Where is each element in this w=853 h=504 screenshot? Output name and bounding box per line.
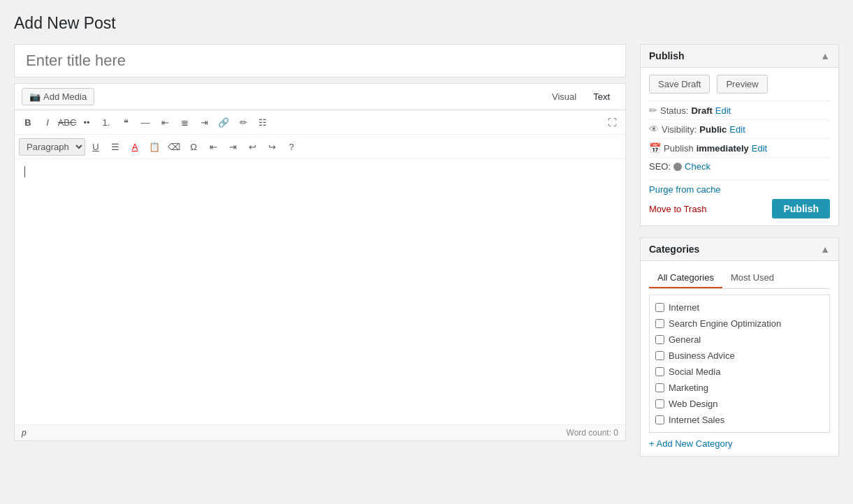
category-label: General [669, 334, 701, 345]
redo-button[interactable]: ↪ [263, 138, 281, 156]
ordered-list-button[interactable]: 1. [97, 113, 115, 131]
trash-publish-row: Move to Trash Publish [649, 199, 830, 218]
categories-panel-toggle[interactable]: ▲ [820, 244, 830, 255]
visual-text-tabs: Visual Text [544, 89, 618, 105]
tab-visual[interactable]: Visual [544, 89, 585, 105]
underline-button[interactable]: U [87, 138, 105, 156]
list-item: General [650, 332, 829, 348]
publish-label: Publish [664, 143, 694, 154]
category-label: Marketing [669, 383, 708, 393]
add-media-label: Add Media [43, 91, 87, 102]
outdent-button[interactable]: ⇤ [204, 138, 222, 156]
unlink-button[interactable]: ✏ [234, 113, 252, 131]
category-checkbox[interactable] [655, 415, 664, 424]
sidebar: Publish ▲ Save Draft Preview ✏ Status: D… [640, 44, 839, 468]
category-checkbox[interactable] [655, 319, 664, 328]
horizontal-rule-button[interactable]: — [136, 113, 154, 131]
category-tabs: All Categories Most Used [649, 268, 830, 289]
seo-status-icon [673, 163, 682, 171]
categories-panel-body: All Categories Most Used InternetSearch … [641, 261, 838, 456]
list-item: Internet Sales [650, 412, 829, 428]
category-checkbox[interactable] [655, 367, 664, 376]
tab-all-categories[interactable]: All Categories [649, 268, 722, 288]
word-count: Word count: 0 [567, 428, 618, 438]
category-label: Internet [669, 302, 699, 313]
status-value: Draft [691, 105, 712, 116]
help-button[interactable]: ? [282, 138, 300, 156]
align-right-button[interactable]: ⇥ [195, 113, 213, 131]
category-checkbox[interactable] [655, 399, 664, 408]
toolbar-row1: B I ABC •• 1. ❝ — ⇤ ≣ ⇥ 🔗 ✏ ☷ ⛶ [15, 110, 625, 135]
editor-container: 📷 Add Media Visual Text B I ABC •• 1. ❝ [14, 83, 626, 441]
publish-panel-body: Save Draft Preview ✏ Status: Draft Edit … [641, 68, 838, 225]
publish-time-edit-link[interactable]: Edit [752, 143, 767, 154]
blockquote-button[interactable]: ❝ [117, 113, 135, 131]
save-draft-button[interactable]: Save Draft [649, 75, 710, 94]
text-color-button[interactable]: A [126, 138, 144, 156]
list-item: Business Advice [650, 348, 829, 364]
insert-table-button[interactable]: ☷ [254, 113, 272, 131]
publish-time-icon: 📅 [649, 142, 661, 154]
categories-panel-header: Categories ▲ [641, 238, 838, 261]
add-new-category-link[interactable]: + Add New Category [649, 438, 733, 449]
seo-check-link[interactable]: Check [685, 161, 710, 172]
category-checkbox[interactable] [655, 303, 664, 312]
unordered-list-button[interactable]: •• [78, 113, 96, 131]
bold-button[interactable]: B [19, 113, 37, 131]
tab-most-used[interactable]: Most Used [722, 268, 782, 288]
publish-button[interactable]: Publish [772, 199, 830, 218]
status-label: Status: [660, 105, 688, 116]
editor-body[interactable] [15, 159, 625, 424]
category-label: Social Media [669, 366, 720, 377]
add-media-icon: 📷 [29, 91, 41, 102]
visibility-label: Visibility: [662, 124, 697, 135]
undo-button[interactable]: ↩ [243, 138, 261, 156]
status-row: ✏ Status: Draft Edit [649, 101, 830, 119]
list-item: Internet [650, 299, 829, 316]
italic-button[interactable]: I [38, 113, 57, 131]
indent-button[interactable]: ⇥ [224, 138, 242, 156]
align-left-button[interactable]: ⇤ [156, 113, 174, 131]
categories-list-wrapper[interactable]: InternetSearch Engine OptimizationGenera… [649, 295, 830, 433]
category-label: Internet Sales [669, 415, 724, 425]
content-area: 📷 Add Media Visual Text B I ABC •• 1. ❝ [14, 44, 626, 468]
seo-label: SEO: [649, 161, 671, 172]
visibility-edit-link[interactable]: Edit [729, 124, 745, 135]
align-center-button[interactable]: ≣ [175, 113, 194, 131]
category-checkbox[interactable] [655, 351, 664, 360]
purge-cache-link[interactable]: Purge from cache [649, 184, 830, 195]
post-title-input[interactable] [14, 44, 626, 77]
link-button[interactable]: 🔗 [214, 113, 233, 131]
category-label: Search Engine Optimization [669, 318, 781, 329]
publish-panel-toggle[interactable]: ▲ [820, 50, 830, 61]
categories-list: InternetSearch Engine OptimizationGenera… [650, 295, 829, 432]
move-to-trash-link[interactable]: Move to Trash [649, 204, 706, 214]
seo-row: SEO: Check [649, 157, 830, 175]
category-checkbox[interactable] [655, 383, 664, 392]
special-chars-button[interactable]: Ω [184, 138, 203, 156]
paste-text-button[interactable]: 📋 [145, 138, 163, 156]
category-checkbox[interactable] [655, 335, 664, 344]
strikethrough-button[interactable]: ABC [58, 113, 76, 131]
editor-footer: p Word count: 0 [15, 424, 625, 440]
status-edit-link[interactable]: Edit [715, 105, 731, 116]
publish-top-buttons: Save Draft Preview [649, 75, 830, 94]
paragraph-format-select[interactable]: Paragraph [19, 138, 85, 156]
publish-time-row: 📅 Publish immediately Edit [649, 138, 830, 157]
toolbar-row2: Paragraph U ☰ A 📋 ⌫ Ω ⇤ ⇥ ↩ ↪ ? [15, 135, 625, 159]
list-item: Search Engine Optimization [650, 316, 829, 332]
list-item: Social Media [650, 364, 829, 380]
categories-panel-title: Categories [649, 244, 699, 255]
clear-formatting-button[interactable]: ⌫ [165, 138, 183, 156]
tab-text[interactable]: Text [585, 89, 618, 105]
publish-panel: Publish ▲ Save Draft Preview ✏ Status: D… [640, 44, 839, 226]
editor-top-bar: 📷 Add Media Visual Text [15, 84, 625, 110]
list-item: Web Design [650, 396, 829, 412]
list-item: Marketing [650, 380, 829, 396]
fullscreen-button[interactable]: ⛶ [603, 113, 621, 131]
justify-button[interactable]: ☰ [106, 138, 124, 156]
page-title: Add New Post [14, 14, 839, 33]
publish-panel-header: Publish ▲ [641, 45, 838, 68]
preview-button[interactable]: Preview [717, 75, 767, 94]
add-media-button[interactable]: 📷 Add Media [22, 88, 94, 105]
